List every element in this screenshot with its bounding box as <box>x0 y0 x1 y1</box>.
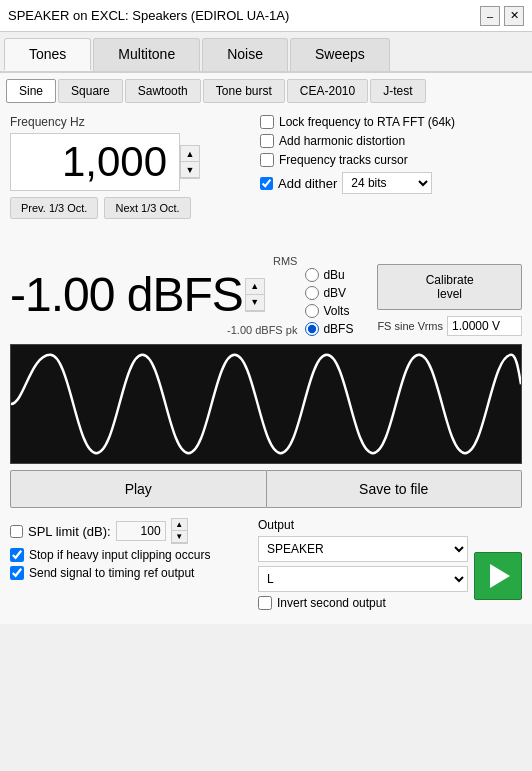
output-channel-select[interactable]: L <box>258 566 468 592</box>
dbu-label: dBu <box>323 268 363 282</box>
level-section: RMS -1.00 dBFS ▲ ▼ -1.00 dBFS pk dBu dBV <box>6 251 526 340</box>
output-controls: SPEAKER L Invert second output <box>258 536 468 614</box>
add-harmonic-label: Add harmonic distortion <box>279 134 405 148</box>
volts-row: Volts <box>305 304 363 318</box>
subtab-sine[interactable]: Sine <box>6 79 56 103</box>
lock-freq-row: Lock frequency to RTA FFT (64k) <box>260 115 522 129</box>
close-button[interactable]: ✕ <box>504 6 524 26</box>
tab-noise[interactable]: Noise <box>202 38 288 71</box>
action-row: Play Save to file <box>10 470 522 508</box>
dbv-row: dBV <box>305 286 363 300</box>
tab-multitone[interactable]: Multitone <box>93 38 200 71</box>
spl-value-input[interactable] <box>116 521 166 541</box>
dbu-radio[interactable] <box>305 268 319 282</box>
play-button[interactable]: Play <box>10 470 267 508</box>
bottom-left: SPL limit (dB): ▲ ▼ Stop if heavy input … <box>10 518 250 614</box>
level-pk: -1.00 dBFS pk <box>10 324 297 336</box>
freq-tracks-checkbox[interactable] <box>260 153 274 167</box>
freq-tracks-row: Frequency tracks cursor <box>260 153 522 167</box>
output-label: Output <box>258 518 522 532</box>
fs-label: FS sine Vrms <box>377 320 443 332</box>
volts-radio[interactable] <box>305 304 319 318</box>
bottom-right: Output SPEAKER L Invert second output <box>258 518 522 614</box>
minimize-button[interactable]: – <box>480 6 500 26</box>
dbv-label: dBV <box>323 286 363 300</box>
level-main-row: -1.00 dBFS ▲ ▼ <box>10 267 297 322</box>
subtab-square[interactable]: Square <box>58 79 123 103</box>
add-harmonic-checkbox[interactable] <box>260 134 274 148</box>
frequency-section: Frequency Hz 1,000 ▲ ▼ Prev. 1/3 Oct. Ne… <box>6 111 526 223</box>
prev-third-oct-button[interactable]: Prev. 1/3 Oct. <box>10 197 98 219</box>
send-signal-label: Send signal to timing ref output <box>29 566 194 580</box>
tab-sweeps[interactable]: Sweeps <box>290 38 390 71</box>
fs-row: FS sine Vrms 1.0000 V <box>377 316 522 336</box>
invert-second-label: Invert second output <box>277 596 386 610</box>
bottom-panel: SPL limit (dB): ▲ ▼ Stop if heavy input … <box>6 514 526 618</box>
content-area: Sine Square Sawtooth Tone burst CEA-2010… <box>0 73 532 624</box>
next-third-oct-button[interactable]: Next 1/3 Oct. <box>104 197 190 219</box>
level-value[interactable]: -1.00 dBFS <box>10 267 243 322</box>
waveform-svg <box>11 345 521 463</box>
play-icon-wrap <box>474 536 522 600</box>
main-tabs: Tones Multitone Noise Sweeps <box>0 32 532 73</box>
dither-bits-select[interactable]: 8 bits 16 bits 24 bits <box>342 172 432 194</box>
subtab-jtest[interactable]: J-test <box>370 79 425 103</box>
play-icon-button[interactable] <box>474 552 522 600</box>
lock-freq-checkbox[interactable] <box>260 115 274 129</box>
frequency-up-button[interactable]: ▲ <box>181 146 199 162</box>
send-signal-row: Send signal to timing ref output <box>10 566 250 580</box>
frequency-display: 1,000 ▲ ▼ <box>10 133 240 191</box>
add-dither-label: Add dither <box>278 176 337 191</box>
level-down-button[interactable]: ▼ <box>246 295 264 311</box>
spl-spinner: ▲ ▼ <box>171 518 188 544</box>
dbv-radio[interactable] <box>305 286 319 300</box>
options-panel: Lock frequency to RTA FFT (64k) Add harm… <box>240 115 522 199</box>
calibrate-button[interactable]: Calibrate level <box>377 264 522 310</box>
dbfs-radio[interactable] <box>305 322 319 336</box>
stop-clipping-checkbox[interactable] <box>10 548 24 562</box>
spl-limit-label: SPL limit (dB): <box>28 524 111 539</box>
frequency-down-button[interactable]: ▼ <box>181 162 199 178</box>
level-spinner: ▲ ▼ <box>245 278 265 312</box>
add-dither-checkbox[interactable] <box>260 177 273 190</box>
title-bar: SPEAKER on EXCL: Speakers (EDIROL UA-1A)… <box>0 0 532 32</box>
window-controls: – ✕ <box>480 6 524 26</box>
harmonic-row: Add harmonic distortion <box>260 134 522 148</box>
rms-label: RMS <box>10 255 297 267</box>
output-device-select[interactable]: SPEAKER <box>258 536 468 562</box>
subtab-tone-burst[interactable]: Tone burst <box>203 79 285 103</box>
stop-clipping-row: Stop if heavy input clipping occurs <box>10 548 250 562</box>
spl-limit-checkbox[interactable] <box>10 525 23 538</box>
volts-label: Volts <box>323 304 363 318</box>
subtab-sawtooth[interactable]: Sawtooth <box>125 79 201 103</box>
stop-clipping-label: Stop if heavy input clipping occurs <box>29 548 210 562</box>
frequency-control: Frequency Hz 1,000 ▲ ▼ Prev. 1/3 Oct. Ne… <box>10 115 240 219</box>
spl-up-button[interactable]: ▲ <box>172 519 187 531</box>
calibrate-panel: Calibrate level FS sine Vrms 1.0000 V <box>371 264 522 336</box>
invert-second-checkbox[interactable] <box>258 596 272 610</box>
send-signal-checkbox[interactable] <box>10 566 24 580</box>
spl-row: SPL limit (dB): ▲ ▼ <box>10 518 250 544</box>
lock-freq-label: Lock frequency to RTA FFT (64k) <box>279 115 455 129</box>
frequency-spinner: ▲ ▼ <box>180 145 200 179</box>
sub-tabs: Sine Square Sawtooth Tone burst CEA-2010… <box>6 79 526 103</box>
level-left: RMS -1.00 dBFS ▲ ▼ -1.00 dBFS pk <box>10 255 297 336</box>
dither-row: Add dither 8 bits 16 bits 24 bits <box>260 172 522 194</box>
frequency-nav: Prev. 1/3 Oct. Next 1/3 Oct. <box>10 197 240 219</box>
fs-value[interactable]: 1.0000 V <box>447 316 522 336</box>
frequency-value[interactable]: 1,000 <box>10 133 180 191</box>
dbu-row: dBu <box>305 268 363 282</box>
unit-radio-group: dBu dBV Volts dBFS <box>297 268 371 336</box>
dbfs-label: dBFS <box>323 322 363 336</box>
save-button[interactable]: Save to file <box>267 470 523 508</box>
spl-down-button[interactable]: ▼ <box>172 531 187 543</box>
subtab-cea2010[interactable]: CEA-2010 <box>287 79 368 103</box>
waveform-display <box>10 344 522 464</box>
dbfs-row: dBFS <box>305 322 363 336</box>
frequency-label: Frequency Hz <box>10 115 240 129</box>
play-triangle-icon <box>490 564 510 588</box>
tab-tones[interactable]: Tones <box>4 38 91 71</box>
level-up-button[interactable]: ▲ <box>246 279 264 295</box>
window-title: SPEAKER on EXCL: Speakers (EDIROL UA-1A) <box>8 8 289 23</box>
freq-tracks-label: Frequency tracks cursor <box>279 153 408 167</box>
